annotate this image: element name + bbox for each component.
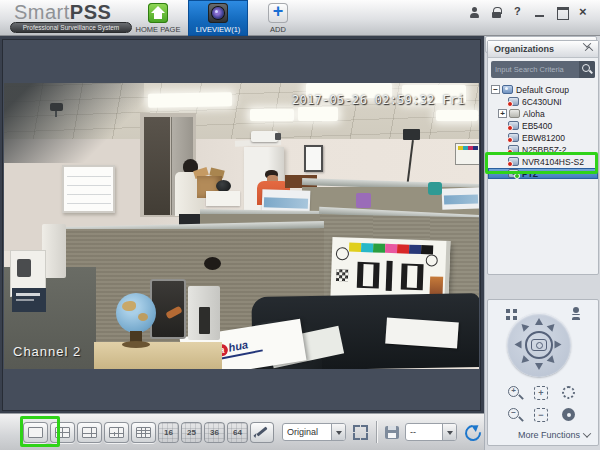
lock-icon[interactable]: [491, 7, 502, 18]
iris-open-icon[interactable]: [562, 386, 575, 399]
split-1-button[interactable]: [23, 422, 48, 443]
tree-item-label: PTZ: [522, 169, 538, 179]
tree-item-default-group[interactable]: Default Group: [488, 84, 598, 95]
video-channel-label: Channel 2: [13, 344, 81, 359]
record-select-value: --: [406, 427, 442, 437]
custom-split-button[interactable]: [250, 422, 274, 443]
chevron-down-icon: [583, 429, 591, 437]
scene-ceiling-light: [148, 92, 232, 107]
scene-chart-circle: [336, 247, 349, 260]
tree-item-label: 6C430UNI: [522, 97, 562, 107]
fullscreen-icon[interactable]: [353, 425, 368, 440]
logo-tagline: Professional Surveillance System: [10, 22, 132, 33]
scene-teal-object: [428, 182, 442, 195]
dahua-logo: a hua: [215, 334, 277, 359]
ptz-camera-icon: [508, 169, 519, 178]
split-36-button[interactable]: 36: [204, 422, 225, 443]
split-16-button[interactable]: 16: [158, 422, 179, 443]
zoom-out-icon[interactable]: [508, 408, 524, 424]
device-icon: [508, 121, 519, 130]
pad-arrow-down[interactable]: [535, 363, 543, 370]
video-cell[interactable]: a hua 2017-05-26 02:59:32 Fri Channel 2: [2, 39, 481, 411]
pad-arrow-up-left[interactable]: [519, 321, 530, 332]
mouse-simulator-icon[interactable]: [525, 331, 553, 359]
split-8-button[interactable]: [104, 422, 129, 443]
chevron-down-icon[interactable]: [442, 424, 456, 440]
dahua-logo-text: hua: [227, 338, 248, 354]
ptz-control-panel: + − More Functions: [487, 299, 599, 446]
minimize-icon[interactable]: [535, 7, 546, 18]
scene-papers: [385, 318, 459, 349]
tree-item-nvr4104hs-s2[interactable]: NVR4104HS-S2: [488, 156, 598, 167]
zoom-in-icon[interactable]: [508, 386, 524, 402]
tree-item-aloha[interactable]: Aloha: [488, 108, 598, 119]
search-icon[interactable]: [579, 61, 595, 78]
device-tree: Default Group 6C430UNI Aloha EB5400: [488, 81, 598, 179]
scene-white-device: [188, 286, 220, 340]
pad-arrow-down-right[interactable]: [547, 355, 558, 366]
collapse-expander-icon[interactable]: [491, 85, 500, 94]
maximize-icon[interactable]: [557, 7, 568, 18]
scene-product-box: [442, 187, 479, 209]
search-input[interactable]: [491, 65, 579, 74]
user-icon[interactable]: [469, 7, 480, 18]
scene-framed-picture: [304, 145, 323, 172]
scene-chart-circle: [426, 254, 438, 266]
device-icon: [508, 157, 519, 166]
chevron-down-icon[interactable]: [331, 424, 345, 440]
tab-add[interactable]: ADD: [248, 0, 308, 36]
scene-globe: [116, 293, 156, 333]
organizations-header[interactable]: Organizations: [488, 41, 598, 58]
pad-arrow-right[interactable]: [555, 341, 562, 349]
save-icon[interactable]: [385, 426, 399, 439]
home-icon: [148, 3, 168, 23]
scene-ceiling-light: [298, 107, 338, 121]
record-select[interactable]: --: [405, 423, 457, 441]
stream-mode-value: Original: [283, 427, 331, 437]
split-6-icon: [82, 427, 97, 438]
scene-chart-colorbars: [349, 243, 433, 255]
pad-arrow-down-left[interactable]: [519, 355, 530, 366]
split-4-button[interactable]: [50, 422, 75, 443]
tree-item-ptz[interactable]: PTZ: [488, 168, 598, 179]
pad-arrow-left[interactable]: [515, 341, 522, 349]
ptz-direction-pad: [507, 313, 571, 377]
expand-expander-icon[interactable]: [498, 109, 507, 118]
organizations-title: Organizations: [494, 44, 554, 54]
scene-wall-camera: [50, 103, 63, 111]
joystick-icon[interactable]: [570, 307, 582, 320]
split-9-button[interactable]: [131, 422, 156, 443]
pad-arrow-up[interactable]: [535, 318, 543, 325]
tree-item-eb5400[interactable]: EB5400: [488, 120, 598, 131]
help-icon[interactable]: [513, 7, 524, 18]
more-functions-link[interactable]: More Functions: [518, 430, 590, 440]
stream-mode-select[interactable]: Original: [282, 423, 346, 441]
iris-close-icon[interactable]: [562, 408, 575, 421]
tab-label: LIVEVIEW(1): [196, 25, 241, 34]
scene-person-head: [204, 257, 221, 270]
live-video-frame[interactable]: a hua 2017-05-26 02:59:32 Fri Channel 2: [4, 83, 479, 369]
toolbar-divider: [376, 421, 377, 443]
tab-liveview[interactable]: LIVEVIEW(1): [188, 0, 248, 36]
split-6-button[interactable]: [77, 422, 102, 443]
pad-arrow-up-right[interactable]: [547, 321, 558, 332]
preset-icon[interactable]: [506, 309, 517, 320]
right-sidebar: Organizations Default Group 6C430UNI: [484, 36, 600, 450]
app-logo: SmartPSS: [14, 1, 111, 24]
split-64-button[interactable]: 64: [227, 422, 248, 443]
tree-item-n25bb5z-2[interactable]: N25BB5Z-2: [488, 144, 598, 155]
refresh-icon[interactable]: [464, 424, 480, 440]
device-icon: [508, 133, 519, 142]
close-icon[interactable]: [579, 7, 590, 18]
split-1-icon: [28, 427, 43, 438]
tab-label: HOME PAGE: [136, 25, 181, 34]
scene-ceiling-light: [250, 109, 294, 121]
split-25-button[interactable]: 25: [181, 422, 202, 443]
title-bar: SmartPSS Professional Surveillance Syste…: [0, 0, 600, 36]
tab-home-page[interactable]: HOME PAGE: [128, 0, 188, 36]
focus-minus-icon[interactable]: −: [534, 408, 548, 422]
focus-plus-icon[interactable]: +: [534, 386, 548, 400]
video-workspace: a hua 2017-05-26 02:59:32 Fri Channel 2: [0, 36, 484, 450]
tree-item-ebw81200[interactable]: EBW81200: [488, 132, 598, 143]
tree-item-6c430uni[interactable]: 6C430UNI: [488, 96, 598, 107]
